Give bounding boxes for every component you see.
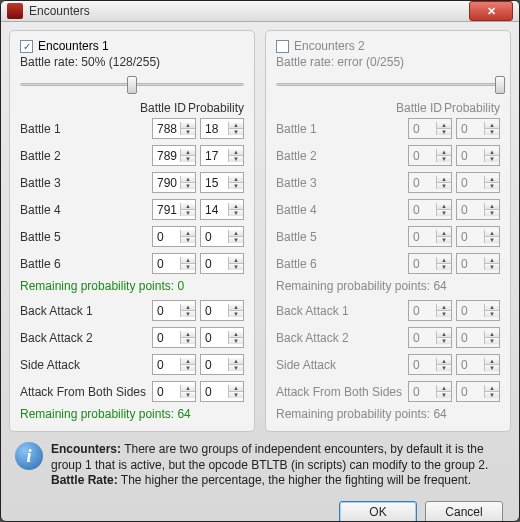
- special-row: Attack From Both Sides 0 ▲ ▼ 0 ▲ ▼: [20, 378, 244, 405]
- header-probability: Probability: [444, 101, 500, 115]
- slider-thumb[interactable]: [127, 76, 137, 94]
- spin-up-icon[interactable]: ▲: [181, 358, 195, 365]
- spin-up-icon[interactable]: ▲: [181, 176, 195, 183]
- spin-up-icon[interactable]: ▲: [229, 122, 243, 129]
- battle-prob-spinner[interactable]: 17 ▲ ▼: [200, 145, 244, 166]
- special-id-spinner: 0 ▲ ▼: [408, 300, 452, 321]
- close-button[interactable]: ✕: [469, 1, 513, 21]
- special-id-spinner[interactable]: 0 ▲ ▼: [152, 381, 196, 402]
- spin-up-icon[interactable]: ▲: [181, 304, 195, 311]
- battle-id-spinner[interactable]: 789 ▲ ▼: [152, 145, 196, 166]
- cancel-button[interactable]: Cancel: [425, 501, 503, 522]
- special-label: Back Attack 1: [20, 304, 148, 318]
- spin-down-icon[interactable]: ▼: [181, 183, 195, 189]
- battle-label: Battle 1: [20, 122, 148, 136]
- special-prob-spinner[interactable]: 0 ▲ ▼: [200, 300, 244, 321]
- spin-down-icon[interactable]: ▼: [229, 156, 243, 162]
- battle-label: Battle 2: [20, 149, 148, 163]
- spin-up-icon[interactable]: ▲: [181, 385, 195, 392]
- battle-prob-spinner[interactable]: 15 ▲ ▼: [200, 172, 244, 193]
- battle-prob-spinner[interactable]: 14 ▲ ▼: [200, 199, 244, 220]
- spin-up-icon[interactable]: ▲: [181, 331, 195, 338]
- spin-down-icon[interactable]: ▼: [229, 365, 243, 371]
- spin-up-icon[interactable]: ▲: [229, 358, 243, 365]
- battle-id-spinner[interactable]: 0 ▲ ▼: [152, 253, 196, 274]
- spin-down-icon[interactable]: ▼: [181, 237, 195, 243]
- battle-prob-spinner: 0 ▲ ▼: [456, 145, 500, 166]
- spin-down-icon[interactable]: ▼: [229, 210, 243, 216]
- battle-rate-label: Battle rate: error (0/255): [276, 55, 500, 69]
- group-checkbox-row: ✓ Encounters 1: [20, 39, 244, 53]
- group-title: Encounters 2: [294, 39, 365, 53]
- spin-down-icon[interactable]: ▼: [181, 392, 195, 398]
- battle-prob-spinner: 0 ▲ ▼: [456, 118, 500, 139]
- special-id-spinner: 0 ▲ ▼: [408, 327, 452, 348]
- spin-up-icon: ▲: [437, 122, 451, 129]
- spin-down-icon: ▼: [485, 129, 499, 135]
- battle-rate-slider[interactable]: [20, 71, 244, 97]
- group-checkbox-row: Encounters 2: [276, 39, 500, 53]
- spin-down-icon[interactable]: ▼: [229, 237, 243, 243]
- battle-prob-spinner[interactable]: 0 ▲ ▼: [200, 253, 244, 274]
- spin-down-icon[interactable]: ▼: [229, 338, 243, 344]
- battle-prob-spinner[interactable]: 18 ▲ ▼: [200, 118, 244, 139]
- special-label: Back Attack 2: [276, 331, 404, 345]
- battle-id-spinner: 0 ▲ ▼: [408, 172, 452, 193]
- spin-up-icon: ▲: [485, 257, 499, 264]
- special-prob-spinner[interactable]: 0 ▲ ▼: [200, 354, 244, 375]
- spin-down-icon[interactable]: ▼: [181, 365, 195, 371]
- spin-up-icon[interactable]: ▲: [229, 149, 243, 156]
- spin-down-icon[interactable]: ▼: [229, 264, 243, 270]
- battle-label: Battle 1: [276, 122, 404, 136]
- spin-down-icon[interactable]: ▼: [229, 311, 243, 317]
- battle-label: Battle 4: [20, 203, 148, 217]
- spin-down-icon[interactable]: ▼: [181, 338, 195, 344]
- spin-up-icon[interactable]: ▲: [229, 304, 243, 311]
- ok-button[interactable]: OK: [339, 501, 417, 522]
- battle-id-spinner[interactable]: 791 ▲ ▼: [152, 199, 196, 220]
- spin-down-icon[interactable]: ▼: [181, 129, 195, 135]
- remaining-points-1: Remaining probability points: 0: [20, 279, 244, 293]
- special-prob-spinner[interactable]: 0 ▲ ▼: [200, 327, 244, 348]
- spin-down-icon: ▼: [437, 392, 451, 398]
- spin-down-icon[interactable]: ▼: [181, 210, 195, 216]
- spin-up-icon[interactable]: ▲: [181, 203, 195, 210]
- spin-up-icon[interactable]: ▲: [229, 203, 243, 210]
- special-id-spinner[interactable]: 0 ▲ ▼: [152, 327, 196, 348]
- battle-id-spinner[interactable]: 788 ▲ ▼: [152, 118, 196, 139]
- spin-down-icon[interactable]: ▼: [229, 392, 243, 398]
- special-prob-spinner[interactable]: 0 ▲ ▼: [200, 381, 244, 402]
- spin-up-icon[interactable]: ▲: [229, 385, 243, 392]
- battle-label: Battle 6: [276, 257, 404, 271]
- spin-up-icon[interactable]: ▲: [229, 176, 243, 183]
- spin-down-icon[interactable]: ▼: [181, 264, 195, 270]
- group-checkbox[interactable]: [276, 40, 289, 53]
- spin-up-icon: ▲: [437, 149, 451, 156]
- spin-up-icon[interactable]: ▲: [181, 257, 195, 264]
- battle-row: Battle 2 0 ▲ ▼ 0 ▲ ▼: [276, 142, 500, 169]
- special-label: Attack From Both Sides: [20, 385, 148, 399]
- special-id-spinner[interactable]: 0 ▲ ▼: [152, 300, 196, 321]
- battle-prob-spinner[interactable]: 0 ▲ ▼: [200, 226, 244, 247]
- spin-up-icon: ▲: [437, 203, 451, 210]
- spin-up-icon[interactable]: ▲: [229, 230, 243, 237]
- spin-down-icon[interactable]: ▼: [181, 311, 195, 317]
- spin-up-icon[interactable]: ▲: [181, 230, 195, 237]
- battle-row: Battle 5 0 ▲ ▼ 0 ▲ ▼: [276, 223, 500, 250]
- spin-down-icon[interactable]: ▼: [181, 156, 195, 162]
- spin-up-icon[interactable]: ▲: [181, 149, 195, 156]
- spin-down-icon[interactable]: ▼: [229, 129, 243, 135]
- spin-down-icon[interactable]: ▼: [229, 183, 243, 189]
- battle-id-spinner[interactable]: 0 ▲ ▼: [152, 226, 196, 247]
- battle-id-spinner: 0 ▲ ▼: [408, 199, 452, 220]
- spin-up-icon[interactable]: ▲: [229, 257, 243, 264]
- battle-rate-label: Battle rate: 50% (128/255): [20, 55, 244, 69]
- window-body: ✓ Encounters 1 Battle rate: 50% (128/255…: [1, 22, 519, 522]
- header-battle-id: Battle ID: [138, 101, 188, 115]
- battle-id-spinner[interactable]: 790 ▲ ▼: [152, 172, 196, 193]
- group-checkbox[interactable]: ✓: [20, 40, 33, 53]
- spin-down-icon: ▼: [437, 129, 451, 135]
- spin-up-icon[interactable]: ▲: [181, 122, 195, 129]
- spin-up-icon[interactable]: ▲: [229, 331, 243, 338]
- special-id-spinner[interactable]: 0 ▲ ▼: [152, 354, 196, 375]
